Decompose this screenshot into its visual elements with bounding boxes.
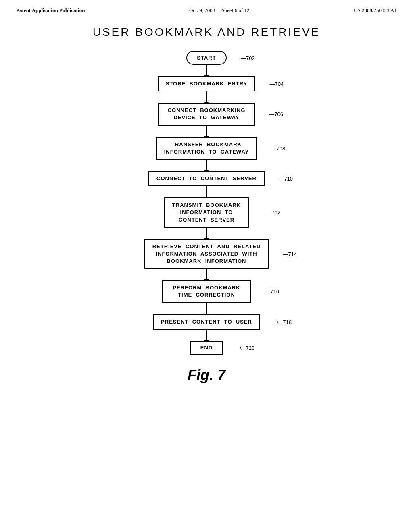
box-718: PRESENT CONTENT TO USER (153, 314, 260, 330)
node-706: CONNECT BOOKMARKINGDEVICE TO GATEWAY —70… (158, 103, 255, 125)
label-708: —708 (271, 145, 286, 151)
box-706: CONNECT BOOKMARKINGDEVICE TO GATEWAY (158, 103, 255, 125)
header-sheet: Sheet 6 of 12 (222, 7, 250, 13)
start-oval: START (186, 51, 226, 65)
arrow-2 (206, 91, 207, 103)
node-716: PERFORM BOOKMARKTIME CORRECTION —716 (162, 280, 251, 303)
box-708: TRANSFER BOOKMARKINFORMATION TO GATEWAY (156, 137, 257, 160)
label-712: —712 (266, 210, 280, 216)
node-714: RETRIEVE CONTENT AND RELATEDINFORMATION … (144, 239, 269, 269)
box-710: CONNECT TO CONTENT SERVER (148, 171, 265, 186)
node-708: TRANSFER BOOKMARKINFORMATION TO GATEWAY … (156, 137, 257, 160)
arrow-6 (206, 228, 207, 239)
label-702: —702 (241, 55, 255, 61)
arrow-8 (206, 303, 207, 314)
arrow-5 (206, 186, 207, 197)
node-718: PRESENT CONTENT TO USER \_ 718 (153, 314, 260, 330)
arrow-9 (206, 330, 207, 341)
node-start: START —702 (186, 51, 226, 65)
label-704: —704 (270, 81, 284, 87)
header-patent-number: US 2008/250023 A1 (354, 7, 397, 14)
node-710: CONNECT TO CONTENT SERVER —710 (148, 171, 265, 186)
label-710: —710 (279, 176, 293, 182)
arrow-4 (206, 160, 207, 171)
label-714: —714 (283, 251, 297, 257)
header-date-sheet: Oct. 9, 2008 Sheet 6 of 12 (189, 7, 250, 14)
label-706: —706 (269, 111, 283, 117)
node-end: END \_ 720 (190, 341, 223, 355)
header-date: Oct. 9, 2008 (189, 7, 215, 13)
arrow-7 (206, 269, 207, 280)
label-720: \_ 720 (240, 345, 254, 351)
end-box: END (190, 341, 223, 355)
box-704: STORE BOOKMARK ENTRY (158, 76, 256, 91)
box-712: TRANSMIT BOOKMARKINFORMATION TOCONTENT S… (164, 197, 249, 228)
label-716: —716 (265, 289, 279, 295)
figure-label: Fig. 7 (0, 367, 413, 384)
box-714: RETRIEVE CONTENT AND RELATEDINFORMATION … (144, 239, 269, 269)
flowchart: START —702 STORE BOOKMARK ENTRY —704 CON… (0, 51, 413, 355)
node-712: TRANSMIT BOOKMARKINFORMATION TOCONTENT S… (164, 197, 249, 228)
diagram-title: USER BOOKMARK AND RETRIEVE (0, 26, 413, 39)
header-publication: Patent Application Publication (16, 7, 85, 14)
box-716: PERFORM BOOKMARKTIME CORRECTION (162, 280, 251, 303)
arrow-1 (206, 65, 207, 76)
arrow-3 (206, 126, 207, 137)
node-704: STORE BOOKMARK ENTRY —704 (158, 76, 256, 91)
label-718: \_ 718 (277, 319, 292, 325)
page-header: Patent Application Publication Oct. 9, 2… (0, 0, 413, 18)
